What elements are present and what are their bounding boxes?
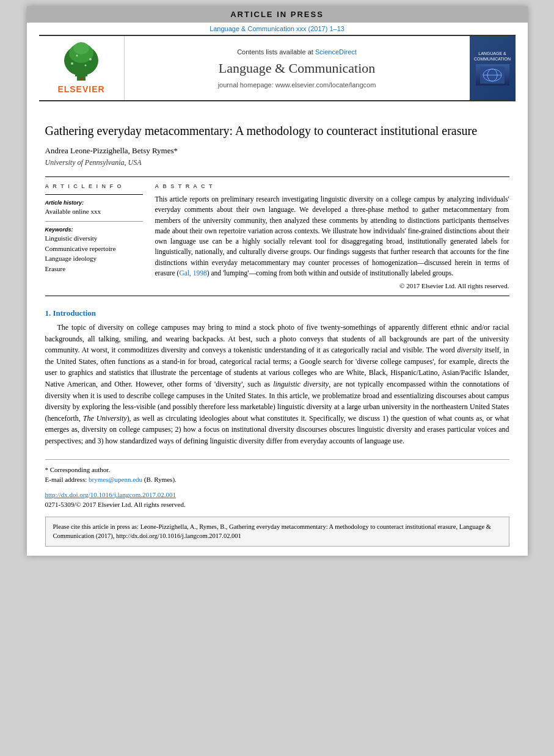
authors-text: Andrea Leone-Pizzighella, Betsy Rymes* bbox=[45, 146, 178, 155]
introduction-heading: 1. Introduction bbox=[45, 308, 509, 318]
elsevier-logo-area: ELSEVIER bbox=[39, 36, 125, 100]
cover-illustration bbox=[480, 67, 505, 84]
cover-text: LANGUAGE &COMMUNICATION bbox=[474, 51, 511, 62]
article-info-header: A R T I C L E I N F O bbox=[45, 183, 143, 189]
keyword-2: Communicative repertoire bbox=[45, 244, 143, 253]
email-label: E-mail address: bbox=[45, 476, 87, 483]
email-suffix: (B. Rymes). bbox=[144, 476, 177, 483]
divider-1 bbox=[45, 176, 509, 177]
page: ARTICLE IN PRESS Language & Communicatio… bbox=[27, 6, 528, 556]
affiliation: University of Pennsylvania, USA bbox=[45, 158, 509, 167]
svg-rect-5 bbox=[80, 78, 82, 81]
citation-text: Please cite this article in press as: Le… bbox=[53, 523, 491, 540]
doi-header-line: Language & Communication xxx (2017) 1–13 bbox=[27, 23, 528, 35]
journal-cover-thumbnail: LANGUAGE &COMMUNICATION bbox=[470, 36, 516, 100]
main-content: Gathering everyday metacommentary: A met… bbox=[27, 101, 528, 556]
info-divider-2 bbox=[45, 221, 143, 222]
authors-line: Andrea Leone-Pizzighella, Betsy Rymes* bbox=[45, 146, 509, 156]
journal-name: Language & Communication bbox=[219, 60, 376, 76]
keyword-1: Linguistic diversity bbox=[45, 234, 143, 243]
journal-homepage: journal homepage: www.elsevier.com/locat… bbox=[218, 81, 376, 89]
history-label: Article history: bbox=[45, 200, 143, 206]
article-title-section: Gathering everyday metacommentary: A met… bbox=[45, 123, 509, 139]
article-history-section: Article history: Available online xxx bbox=[45, 200, 143, 216]
corresponding-label: * Corresponding author. bbox=[45, 466, 111, 473]
contents-label: Contents lists available at bbox=[237, 48, 313, 56]
keywords-list: Linguistic diversity Communicative reper… bbox=[45, 234, 143, 274]
corresponding-author-note: * Corresponding author. bbox=[45, 465, 509, 475]
banner-text: ARTICLE IN PRESS bbox=[230, 10, 324, 19]
article-title: Gathering everyday metacommentary: A met… bbox=[45, 123, 509, 139]
keywords-label: Keywords: bbox=[45, 227, 143, 233]
svg-point-8 bbox=[76, 55, 78, 57]
citation-box: Please cite this article in press as: Le… bbox=[45, 517, 509, 547]
svg-point-7 bbox=[89, 58, 92, 60]
info-divider bbox=[45, 194, 143, 195]
svg-point-4 bbox=[73, 42, 89, 54]
keywords-section: Keywords: Linguistic diversity Communica… bbox=[45, 227, 143, 274]
keyword-3: Language ideology bbox=[45, 254, 143, 263]
article-in-press-banner: ARTICLE IN PRESS bbox=[27, 6, 528, 23]
svg-point-6 bbox=[71, 62, 73, 65]
abstract-column: A B S T R A C T This article reports on … bbox=[155, 183, 509, 289]
abstract-header: A B S T R A C T bbox=[155, 183, 509, 189]
sciencedirect-link[interactable]: ScienceDirect bbox=[315, 48, 357, 56]
introduction-paragraph: The topic of diversity on college campus… bbox=[45, 322, 509, 447]
doi-section: http://dx.doi.org/10.1016/j.langcom.2017… bbox=[45, 490, 509, 509]
article-info-abstract: A R T I C L E I N F O Article history: A… bbox=[45, 183, 509, 289]
available-online: Available online xxx bbox=[45, 207, 143, 216]
abstract-text: This article reports on preliminary rese… bbox=[155, 194, 509, 278]
cover-image bbox=[476, 64, 509, 85]
elsevier-tree-icon bbox=[54, 42, 109, 82]
keyword-4: Erasure bbox=[45, 264, 143, 274]
article-info-column: A R T I C L E I N F O Article history: A… bbox=[45, 183, 143, 289]
journal-title-area: Contents lists available at ScienceDirec… bbox=[125, 36, 470, 100]
svg-point-9 bbox=[85, 65, 87, 67]
doi-header-text: Language & Communication xxx (2017) 1–13 bbox=[210, 25, 344, 32]
rights-text: 0271-5309/© 2017 Elsevier Ltd. All right… bbox=[45, 501, 186, 508]
email-link[interactable]: brymes@upenn.edu bbox=[89, 476, 142, 483]
gal-1998-ref[interactable]: Gal, 1998 bbox=[179, 269, 206, 277]
journal-header: ELSEVIER Contents lists available at Sci… bbox=[39, 35, 516, 101]
elsevier-wordmark: ELSEVIER bbox=[57, 84, 104, 94]
footnote-area: * Corresponding author. E-mail address: … bbox=[45, 459, 509, 485]
sciencedirect-line: Contents lists available at ScienceDirec… bbox=[237, 48, 357, 56]
doi-link[interactable]: http://dx.doi.org/10.1016/j.langcom.2017… bbox=[45, 491, 177, 498]
email-note: E-mail address: brymes@upenn.edu (B. Rym… bbox=[45, 474, 509, 485]
introduction-section: 1. Introduction The topic of diversity o… bbox=[45, 308, 509, 447]
divider-2 bbox=[45, 296, 509, 296]
copyright-line: © 2017 Elsevier Ltd. All rights reserved… bbox=[155, 282, 509, 289]
